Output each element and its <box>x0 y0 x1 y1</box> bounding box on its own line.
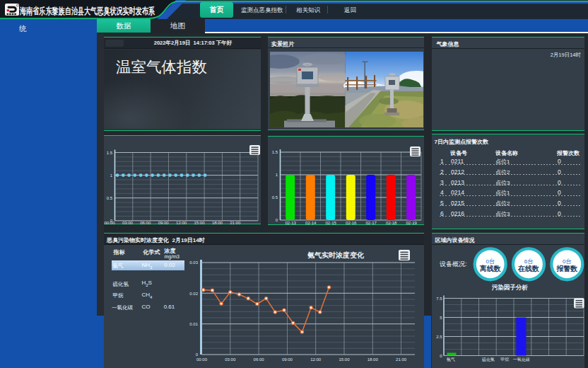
svg-text:09:00: 09:00 <box>282 357 293 362</box>
svg-text:0: 0 <box>196 352 199 357</box>
svg-text:02-16: 02-16 <box>346 221 357 225</box>
svg-text:0: 0 <box>440 353 442 357</box>
svg-text:2.5: 2.5 <box>436 334 442 338</box>
svg-text:0台: 0台 <box>563 258 571 264</box>
svg-text:18:00: 18:00 <box>368 357 379 362</box>
svg-text:06:00: 06:00 <box>140 221 151 225</box>
svg-text:7.5: 7.5 <box>436 296 442 300</box>
svg-text:00:00: 00:00 <box>104 221 115 225</box>
svg-text:0.5: 0.5 <box>107 195 113 200</box>
svg-text:0.01: 0.01 <box>189 322 198 326</box>
svg-text:00:00: 00:00 <box>196 357 208 362</box>
svg-text:03:00: 03:00 <box>122 221 134 225</box>
svg-text:0.03: 0.03 <box>189 260 198 265</box>
svg-text:1: 1 <box>276 173 278 177</box>
svg-text:0.02: 0.02 <box>189 292 198 296</box>
svg-text:离线数: 离线数 <box>479 265 501 272</box>
svg-text:02-17: 02-17 <box>366 221 377 225</box>
svg-text:06:00: 06:00 <box>254 357 265 362</box>
svg-text:21:00: 21:00 <box>396 357 407 362</box>
svg-text:02-18: 02-18 <box>386 221 397 225</box>
svg-text:1.5: 1.5 <box>272 150 278 154</box>
svg-text:02-19: 02-19 <box>406 221 418 225</box>
svg-text:15:00: 15:00 <box>339 357 350 362</box>
svg-text:12:00: 12:00 <box>310 357 322 362</box>
svg-text:报警数: 报警数 <box>555 265 577 272</box>
svg-text:氨气: 氨气 <box>447 356 455 361</box>
svg-text:0.5: 0.5 <box>272 195 278 200</box>
svg-text:硫化氢: 硫化氢 <box>482 356 495 362</box>
svg-text:在线数: 在线数 <box>517 265 539 272</box>
svg-text:1.5: 1.5 <box>107 150 113 154</box>
svg-text:02-13: 02-13 <box>286 221 297 225</box>
svg-text:0台: 0台 <box>486 258 494 264</box>
svg-text:15:00: 15:00 <box>194 221 205 225</box>
svg-text:09:00: 09:00 <box>158 221 170 225</box>
svg-text:12:00: 12:00 <box>176 221 187 225</box>
svg-text:02-14: 02-14 <box>305 221 317 225</box>
svg-text:6台: 6台 <box>524 258 533 264</box>
svg-text:5: 5 <box>440 315 442 319</box>
svg-text:1: 1 <box>110 173 113 177</box>
svg-text:18:00: 18:00 <box>212 221 223 225</box>
svg-text:一氧化碳: 一氧化碳 <box>513 356 530 362</box>
svg-text:甲烷: 甲烷 <box>500 356 509 361</box>
svg-text:03:00: 03:00 <box>225 357 236 362</box>
svg-text:21:00: 21:00 <box>230 221 241 225</box>
svg-text:02-15: 02-15 <box>326 221 337 225</box>
svg-text:0: 0 <box>276 218 278 222</box>
